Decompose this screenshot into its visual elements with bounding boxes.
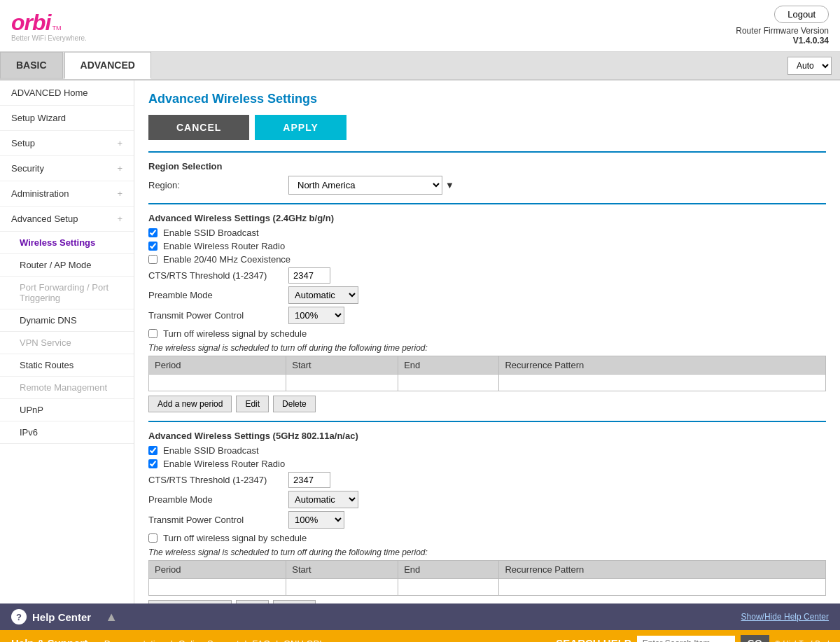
sidebar-item-port-forwarding[interactable]: Port Forwarding / Port Triggering xyxy=(0,277,134,309)
search-go-button[interactable]: GO xyxy=(741,635,769,642)
cts-24-row: CTS/RTS Threshold (1-2347) xyxy=(148,267,826,284)
power-5-row: Transmit Power Control 100% xyxy=(148,511,826,529)
preamble-5-row: Preamble Mode Automatic xyxy=(148,491,826,508)
schedule-24-text: The wireless signal is scheduled to turn… xyxy=(148,343,826,353)
region-label: Region: xyxy=(148,180,288,190)
firmware-info: Router Firmware Version V1.4.0.34 xyxy=(736,26,829,46)
enable-coexistence-row: Enable 20/40 MHz Coexistence xyxy=(148,254,826,265)
schedule-5-text: The wireless signal is scheduled to turn… xyxy=(148,547,826,557)
period-table-24: Period Start End Recurrence Pattern xyxy=(148,356,826,391)
logo-tm: TM xyxy=(52,25,61,32)
enable-coexistence-label: Enable 20/40 MHz Coexistence xyxy=(163,254,290,265)
enable-radio-24-checkbox[interactable] xyxy=(148,242,158,251)
power-24-select[interactable]: 100% xyxy=(288,307,344,324)
cts-5-label: CTS/RTS Threshold (1-2347) xyxy=(148,475,288,485)
section-5ghz-title: Advanced Wireless Settings (5GHz 802.11a… xyxy=(148,431,826,441)
apply-button[interactable]: APPLY xyxy=(255,115,346,140)
section-24ghz-title: Advanced Wireless Settings (2.4GHz b/g/n… xyxy=(148,213,826,223)
add-period-24-button[interactable]: Add a new period xyxy=(148,396,232,412)
enable-radio-5-checkbox[interactable] xyxy=(148,459,158,468)
schedule-5-row: Turn off wireless signal by schedule xyxy=(148,533,826,543)
enable-radio-5-row: Enable Wireless Router Radio xyxy=(148,459,826,469)
preamble-24-select[interactable]: Automatic xyxy=(288,286,358,304)
auto-select[interactable]: Auto xyxy=(788,57,832,75)
col-period-5: Period xyxy=(149,561,286,579)
edit-24-button[interactable]: Edit xyxy=(236,396,269,412)
search-help-input[interactable] xyxy=(637,636,735,643)
sidebar-item-administration[interactable]: Administration + xyxy=(0,181,134,207)
col-recurrence-24: Recurrence Pattern xyxy=(499,356,826,375)
header-right: Logout Router Firmware Version V1.4.0.34 xyxy=(736,6,829,46)
sidebar-item-vpn-service[interactable]: VPN Service xyxy=(0,332,134,354)
footer-left: Help & Support - Documentation | Online … xyxy=(11,637,327,642)
col-period-24: Period xyxy=(149,356,286,375)
enable-coexistence-checkbox[interactable] xyxy=(148,255,158,264)
col-recurrence-5: Recurrence Pattern xyxy=(499,561,826,579)
preamble-24-row: Preamble Mode Automatic xyxy=(148,286,826,304)
power-5-select[interactable]: 100% xyxy=(288,511,344,529)
search-help-label: SEARCH HELP xyxy=(556,637,631,642)
delete-5-button[interactable]: Delete xyxy=(273,600,316,603)
tab-basic[interactable]: BASIC xyxy=(0,52,63,79)
cancel-button[interactable]: CANCEL xyxy=(148,115,249,140)
logout-button[interactable]: Logout xyxy=(774,6,829,23)
tab-advanced[interactable]: ADVANCED xyxy=(64,52,151,79)
footer-separator: - xyxy=(94,638,97,642)
enable-ssid-24-label: Enable SSID Broadcast xyxy=(163,228,259,238)
sidebar-item-setup-wizard[interactable]: Setup Wizard xyxy=(0,106,134,131)
sidebar-item-upnp[interactable]: UPnP xyxy=(0,399,134,421)
footer-right: SEARCH HELP GO © HighTechDad xyxy=(556,635,829,642)
sidebar-item-router-ap-mode[interactable]: Router / AP Mode xyxy=(0,254,134,277)
footer: Help & Support - Documentation | Online … xyxy=(0,630,840,642)
enable-ssid-5-row: Enable SSID Broadcast xyxy=(148,445,826,456)
enable-ssid-5-checkbox[interactable] xyxy=(148,446,158,455)
sidebar: ADVANCED Home Setup Wizard Setup + Secur… xyxy=(0,81,134,603)
tab-bar: BASIC ADVANCED Auto xyxy=(0,52,840,81)
section-5ghz: Advanced Wireless Settings (5GHz 802.11a… xyxy=(148,431,826,603)
adv-setup-expand-icon: + xyxy=(117,214,122,224)
cts-5-row: CTS/RTS Threshold (1-2347) xyxy=(148,472,826,488)
sidebar-item-setup[interactable]: Setup + xyxy=(0,131,134,156)
sidebar-item-ipv6[interactable]: IPv6 xyxy=(0,421,134,444)
region-section: Region Selection Region: North America ▼ xyxy=(148,161,826,195)
footer-faq[interactable]: FAQ xyxy=(252,638,270,642)
enable-ssid-24-checkbox[interactable] xyxy=(148,228,158,237)
footer-sep3: | xyxy=(276,638,278,642)
footer-help-support: Help & Support xyxy=(11,637,88,642)
delete-24-button[interactable]: Delete xyxy=(273,396,316,412)
region-dropdown-icon: ▼ xyxy=(445,180,454,190)
sidebar-item-dynamic-dns[interactable]: Dynamic DNS xyxy=(0,309,134,332)
sidebar-item-remote-management[interactable]: Remote Management xyxy=(0,377,134,399)
footer-sep1: | xyxy=(171,638,173,642)
region-section-title: Region Selection xyxy=(148,161,826,172)
footer-sep2: | xyxy=(244,638,246,642)
add-period-5-button[interactable]: Add a new period xyxy=(148,600,232,603)
footer-documentation[interactable]: Documentation xyxy=(104,638,165,642)
show-hide-help-link[interactable]: Show/Hide Help Center xyxy=(741,612,829,622)
schedule-24-checkbox[interactable] xyxy=(148,329,158,338)
cts-24-input[interactable] xyxy=(288,267,330,284)
power-5-label: Transmit Power Control xyxy=(148,515,288,525)
schedule-5-label: Turn off wireless signal by schedule xyxy=(163,533,307,543)
divider-24 xyxy=(148,203,826,204)
sidebar-item-security[interactable]: Security + xyxy=(0,156,134,181)
region-row: Region: North America ▼ xyxy=(148,176,826,195)
cts-5-input[interactable] xyxy=(288,472,330,488)
main-layout: ADVANCED Home Setup Wizard Setup + Secur… xyxy=(0,81,840,603)
schedule-5-checkbox[interactable] xyxy=(148,533,158,543)
help-icon: ? xyxy=(11,609,27,624)
preamble-5-label: Preamble Mode xyxy=(148,494,288,505)
sidebar-item-wireless-settings[interactable]: Wireless Settings xyxy=(0,232,134,254)
sidebar-item-advanced-home[interactable]: ADVANCED Home xyxy=(0,81,134,106)
col-start-24: Start xyxy=(286,356,398,375)
footer-gnu-gpl[interactable]: GNU GPL xyxy=(284,638,325,642)
sidebar-item-static-routes[interactable]: Static Routes xyxy=(0,354,134,377)
section-24ghz: Advanced Wireless Settings (2.4GHz b/g/n… xyxy=(148,213,826,412)
page-header: orbi TM Better WiFi Everywhere. Logout R… xyxy=(0,0,840,52)
footer-online-support[interactable]: Online Support xyxy=(178,638,239,642)
preamble-5-select[interactable]: Automatic xyxy=(288,491,358,508)
schedule-24-label: Turn off wireless signal by schedule xyxy=(163,328,307,339)
sidebar-item-advanced-setup[interactable]: Advanced Setup + xyxy=(0,207,134,232)
region-select[interactable]: North America xyxy=(288,176,442,195)
edit-5-button[interactable]: Edit xyxy=(236,600,269,603)
